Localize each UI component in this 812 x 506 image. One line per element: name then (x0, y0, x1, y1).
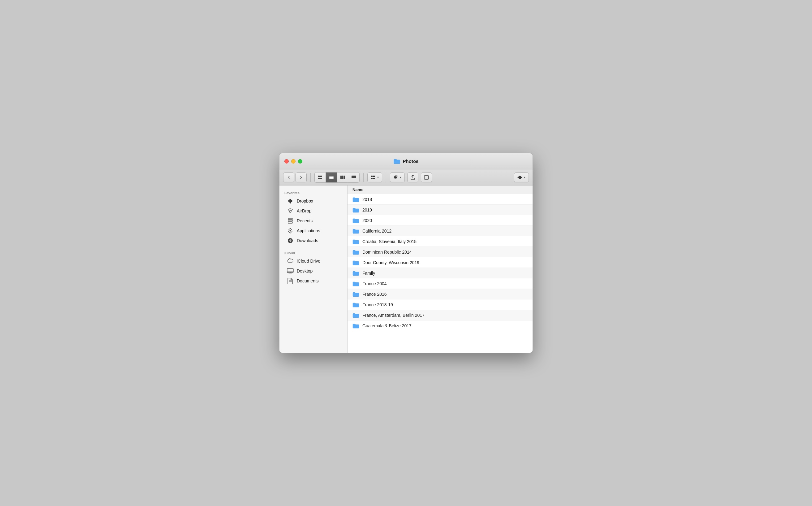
gallery-view-icon (351, 175, 356, 180)
list-view-icon (329, 175, 334, 180)
sidebar-desktop-label: Desktop (297, 268, 313, 273)
recents-icon (287, 218, 294, 224)
file-name: Family (363, 271, 375, 276)
svg-rect-15 (373, 176, 375, 177)
table-row[interactable]: Family (347, 268, 532, 278)
back-icon (287, 176, 291, 179)
finder-window: Photos (279, 153, 533, 353)
back-button[interactable] (283, 172, 294, 182)
table-row[interactable]: France 2018-19 (347, 300, 532, 310)
svg-rect-13 (354, 179, 356, 179)
table-row[interactable]: California 2012 (347, 226, 532, 236)
sidebar-recents-label: Recents (297, 218, 313, 223)
forward-icon (299, 176, 303, 179)
sidebar-item-downloads[interactable]: Downloads (280, 236, 347, 246)
table-row[interactable]: Dominican Republic 2014 (347, 247, 532, 257)
forward-button[interactable] (296, 172, 307, 182)
folder-icon (352, 228, 359, 234)
svg-rect-11 (351, 179, 353, 179)
file-name: Door County, Wisconsin 2019 (363, 260, 419, 265)
table-row[interactable]: 2020 (347, 215, 532, 226)
close-button[interactable] (284, 159, 289, 164)
folder-title-icon (394, 159, 400, 164)
dropbox-toolbar-icon (517, 175, 522, 180)
sidebar-item-documents[interactable]: Documents (280, 276, 347, 286)
table-row[interactable]: 2019 (347, 205, 532, 215)
table-row[interactable]: France 2004 (347, 278, 532, 289)
svg-rect-7 (340, 176, 342, 179)
file-name: France 2016 (363, 292, 387, 297)
group-chevron-icon: ▾ (377, 176, 379, 179)
group-by-button[interactable]: ▾ (367, 172, 382, 182)
svg-rect-10 (351, 176, 356, 178)
traffic-lights (284, 159, 302, 164)
folder-icon (352, 302, 359, 308)
sidebar-item-icloud-drive[interactable]: iCloud Drive (280, 256, 347, 266)
svg-rect-6 (329, 178, 333, 179)
folder-icon (352, 239, 359, 244)
table-row[interactable]: 2018 (347, 194, 532, 205)
sidebar-item-recents[interactable]: Recents (280, 216, 347, 226)
file-name: France 2004 (363, 281, 387, 286)
file-name: France, Amsterdam, Berlin 2017 (363, 313, 425, 318)
svg-rect-21 (288, 218, 292, 220)
view-list-button[interactable] (326, 172, 337, 182)
file-name: Croatia, Slovenia, Italy 2015 (363, 239, 416, 244)
view-column-button[interactable] (337, 172, 348, 182)
applications-icon (287, 227, 294, 234)
documents-icon (287, 277, 294, 284)
sidebar-item-desktop[interactable]: Desktop (280, 266, 347, 276)
sidebar-dropbox-label: Dropbox (297, 198, 313, 203)
svg-point-20 (289, 210, 291, 213)
folder-icon (352, 260, 359, 265)
folder-icon (352, 281, 359, 286)
folder-icon (352, 218, 359, 223)
table-row[interactable]: France, Amsterdam, Berlin 2017 (347, 310, 532, 321)
share-button[interactable] (407, 172, 418, 182)
action-button[interactable]: ▾ (390, 172, 405, 182)
dropbox-button[interactable]: ▾ (514, 172, 529, 182)
svg-rect-8 (342, 176, 343, 179)
file-name: 2019 (363, 207, 372, 213)
sidebar-icloud-label: iCloud Drive (297, 259, 320, 263)
svg-rect-4 (329, 176, 333, 176)
file-name: 2018 (363, 197, 372, 202)
main-layout: Favorites Dropbox (280, 185, 532, 353)
folder-icon (352, 291, 359, 297)
folder-icon (352, 270, 359, 276)
sidebar: Favorites Dropbox (280, 185, 347, 353)
minimize-button[interactable] (291, 159, 296, 164)
action-chevron-icon: ▾ (400, 176, 401, 179)
folder-icon (352, 197, 359, 202)
file-name: Guatemala & Belize 2017 (363, 323, 412, 328)
svg-rect-5 (329, 177, 333, 178)
maximize-button[interactable] (298, 159, 302, 164)
gear-icon (393, 175, 398, 180)
view-buttons (314, 172, 360, 183)
svg-rect-22 (288, 220, 292, 222)
file-name: Dominican Republic 2014 (363, 250, 412, 255)
tag-button[interactable] (421, 172, 432, 182)
title-bar: Photos (280, 153, 532, 169)
nav-buttons (283, 172, 307, 182)
airdrop-icon (287, 207, 294, 214)
table-row[interactable]: Croatia, Slovenia, Italy 2015 (347, 236, 532, 247)
view-gallery-button[interactable] (348, 172, 359, 182)
svg-rect-23 (288, 222, 292, 223)
sidebar-item-dropbox[interactable]: Dropbox (280, 196, 347, 206)
dropbox-icon (287, 197, 294, 204)
sidebar-documents-label: Documents (297, 278, 319, 283)
table-row[interactable]: Guatemala & Belize 2017 (347, 321, 532, 331)
file-list: Name 2018 2019 2020 California 2012 Croa… (347, 185, 532, 353)
view-icon-button[interactable] (315, 172, 326, 182)
table-row[interactable]: Door County, Wisconsin 2019 (347, 257, 532, 268)
table-row[interactable]: France 2016 (347, 289, 532, 300)
window-title: Photos (403, 159, 419, 164)
sidebar-item-airdrop[interactable]: AirDrop (280, 206, 347, 216)
svg-rect-12 (353, 179, 354, 179)
sidebar-item-applications[interactable]: Applications (280, 226, 347, 236)
toolbar: ▾ ▾ (280, 169, 532, 185)
grid-view-icon (318, 175, 323, 180)
svg-rect-18 (424, 176, 429, 179)
svg-rect-1 (320, 176, 322, 177)
